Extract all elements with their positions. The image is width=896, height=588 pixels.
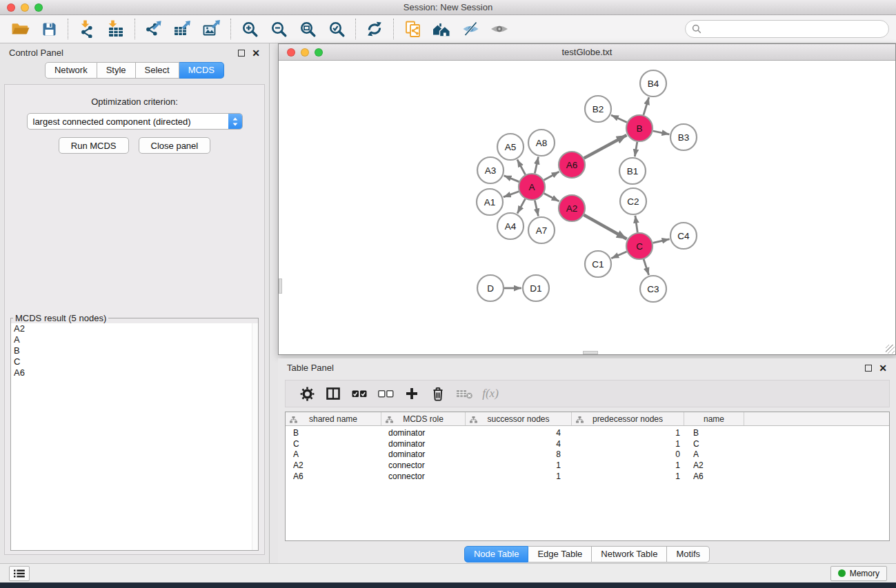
splitter-handle[interactable]	[583, 351, 598, 354]
task-history-button[interactable]	[9, 566, 30, 581]
table-cell: A	[684, 449, 744, 459]
graph-edge-A-A8[interactable]	[535, 157, 538, 174]
network-zoom-button[interactable]	[315, 48, 323, 57]
tab-motifs[interactable]: Motifs	[667, 546, 710, 562]
graph-node-label: A2	[566, 203, 578, 214]
search-input[interactable]	[705, 24, 882, 34]
tab-node-table[interactable]: Node Table	[464, 546, 529, 562]
float-panel-icon[interactable]	[238, 50, 245, 57]
graph-edge-A2-C[interactable]	[584, 215, 626, 239]
graph-edge-A-A5[interactable]	[517, 160, 526, 175]
search-box[interactable]	[685, 20, 889, 38]
graph-edge-A-A3[interactable]	[504, 176, 519, 182]
graph-edge-B-B3[interactable]	[653, 131, 670, 134]
criterion-dropdown[interactable]: largest connected component (directed)	[27, 113, 243, 130]
zoom-selected-button[interactable]	[322, 17, 351, 41]
network-window-title: testGlobe.txt	[562, 47, 613, 57]
window-titlebar[interactable]: Session: New Session	[0, 0, 896, 15]
mcds-result-item[interactable]: A6	[11, 367, 258, 378]
close-panel-icon[interactable]: ✕	[879, 365, 887, 372]
close-panel-icon[interactable]: ✕	[252, 50, 260, 57]
table-settings-button[interactable]	[294, 380, 320, 407]
splitter-handle[interactable]	[279, 278, 282, 294]
function-builder-button[interactable]: f(x)	[477, 380, 504, 407]
mcds-result-item[interactable]: A2	[11, 323, 258, 334]
network-window-titlebar[interactable]: testGlobe.txt	[279, 44, 895, 61]
show-all-button[interactable]	[485, 17, 514, 41]
graph-edge-A-A4[interactable]	[517, 199, 525, 214]
delete-columns-button[interactable]	[425, 380, 451, 407]
graph-edge-B-B2[interactable]	[611, 115, 627, 123]
mcds-result-item[interactable]: C	[11, 356, 258, 367]
refresh-layout-button[interactable]	[360, 17, 389, 41]
graph-edge-C-C2[interactable]	[635, 216, 637, 232]
network-minimize-button[interactable]	[301, 48, 309, 57]
column-header-successor-nodes[interactable]: successor nodes	[466, 412, 572, 425]
delete-table-button[interactable]	[451, 380, 477, 407]
table-row[interactable]: Cdominator41C	[286, 438, 889, 449]
graph-edge-A6-B[interactable]	[584, 135, 627, 159]
clone-network-button[interactable]	[398, 17, 427, 41]
scrollbar-track[interactable]	[252, 323, 258, 550]
column-header-predecessor-nodes[interactable]: predecessor nodes	[572, 412, 684, 425]
column-header-shared-name[interactable]: shared name	[286, 412, 381, 425]
column-header-mcds-role[interactable]: MCDS role	[381, 412, 466, 425]
run-mcds-button[interactable]: Run MCDS	[59, 137, 129, 154]
tab-network-table[interactable]: Network Table	[592, 546, 667, 562]
graph-edge-A-A7[interactable]	[535, 201, 538, 216]
zoom-in-button[interactable]	[235, 17, 264, 41]
network-graph[interactable]: B4B2BB3A5A8A6B1A3AA1C2A2A4A7C4CC1C3DD1	[279, 61, 895, 354]
criterion-dropdown-value: largest connected component (directed)	[28, 116, 228, 127]
add-column-button[interactable]	[399, 380, 425, 407]
tab-select[interactable]: Select	[136, 62, 179, 79]
import-network-button[interactable]	[72, 17, 101, 41]
tab-mcds[interactable]: MCDS	[179, 62, 224, 79]
zoom-out-button[interactable]	[264, 17, 293, 41]
unchecked-boxes-icon	[378, 390, 394, 398]
save-session-button[interactable]	[34, 17, 63, 41]
table-row[interactable]: Adominator80A	[286, 449, 889, 460]
table-row[interactable]: Bdominator41B	[286, 427, 889, 438]
graph-edge-B-B4[interactable]	[644, 97, 649, 115]
graph-edge-C-C1[interactable]	[611, 252, 626, 258]
graph-edge-C-C4[interactable]	[653, 239, 670, 243]
graph-edge-C-C3[interactable]	[644, 259, 649, 275]
close-panel-button[interactable]: Close panel	[139, 137, 211, 154]
graph-edge-B-B1[interactable]	[635, 142, 637, 157]
graph-edge-A-A2[interactable]	[544, 193, 559, 201]
first-neighbors-button[interactable]	[427, 17, 456, 41]
export-image-button[interactable]	[197, 17, 226, 41]
resize-grip[interactable]	[886, 345, 895, 354]
close-window-button[interactable]	[7, 3, 15, 12]
zoom-window-button[interactable]	[34, 3, 43, 12]
table-row[interactable]: A2connector11A2	[286, 460, 889, 471]
table-cell: 1	[572, 428, 684, 438]
mcds-result-item[interactable]: A	[11, 334, 258, 345]
network-canvas[interactable]: B4B2BB3A5A8A6B1A3AA1C2A2A4A7C4CC1C3DD1	[279, 61, 895, 354]
hide-selected-button[interactable]	[456, 17, 485, 41]
column-header-label: name	[704, 414, 724, 424]
table-row[interactable]: A6connector11A6	[286, 471, 889, 482]
float-panel-icon[interactable]	[865, 365, 872, 372]
tab-style[interactable]: Style	[97, 62, 136, 79]
export-network-button[interactable]	[139, 17, 168, 41]
split-view-button[interactable]	[320, 380, 346, 407]
network-close-button[interactable]	[287, 48, 295, 57]
open-session-button[interactable]	[6, 17, 34, 41]
graph-node-label: C3	[647, 284, 659, 294]
graph-edge-A-A1[interactable]	[504, 192, 519, 197]
mcds-result-item[interactable]: B	[11, 345, 258, 356]
memory-button[interactable]: Memory	[830, 566, 887, 581]
deselect-all-button[interactable]	[372, 380, 399, 407]
import-table-button[interactable]	[101, 17, 130, 41]
mcds-result-list[interactable]: A2ABCA6	[11, 323, 258, 550]
tab-network[interactable]: Network	[45, 62, 97, 79]
tab-edge-table[interactable]: Edge Table	[528, 546, 592, 562]
export-table-button[interactable]	[168, 17, 197, 41]
column-header-name[interactable]: name	[684, 412, 744, 425]
minimize-window-button[interactable]	[21, 3, 29, 12]
zoom-fit-button[interactable]	[293, 17, 322, 41]
graph-edge-A-A6[interactable]	[544, 172, 559, 180]
graph-node-label: C2	[627, 196, 639, 207]
select-all-button[interactable]	[346, 380, 372, 407]
